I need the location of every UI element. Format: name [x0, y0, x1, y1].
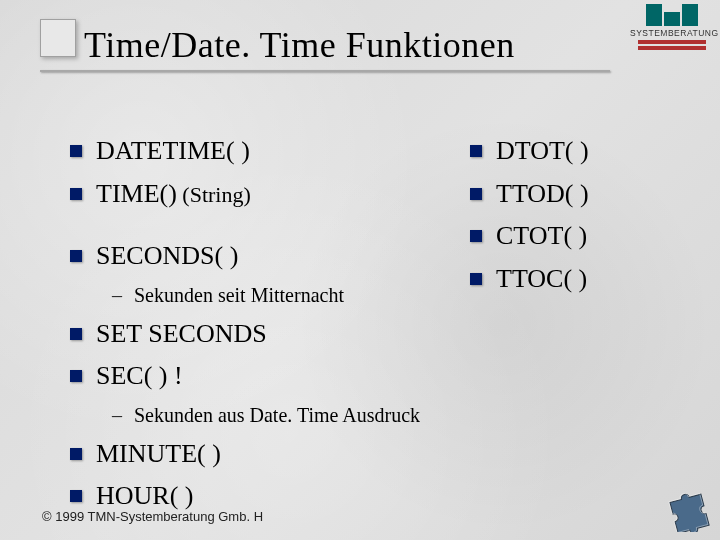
sub-list-text: Sekunden aus Date. Time Ausdruck [134, 403, 420, 428]
sub-list-item: – Sekunden seit Mitternacht [112, 283, 440, 308]
slide-title: Time/Date. Time Funktionen [84, 24, 610, 66]
list-item: TTOD( ) [470, 178, 690, 211]
list-item-text: CTOT( ) [496, 220, 587, 253]
square-bullet-icon [470, 273, 482, 285]
square-bullet-icon [470, 145, 482, 157]
list-item: DATETIME( ) [70, 135, 440, 168]
square-bullet-icon [70, 490, 82, 502]
list-item: SEC( ) ! [70, 360, 440, 393]
square-bullet-icon [70, 448, 82, 460]
square-bullet-icon [70, 250, 82, 262]
square-bullet-icon [470, 188, 482, 200]
copyright-text: © 1999 TMN-Systemberatung Gmb. H [42, 509, 263, 524]
list-item: CTOT( ) [470, 220, 690, 253]
list-item-text: SECONDS( ) [96, 240, 238, 273]
list-item: MINUTE( ) [70, 438, 440, 471]
square-bullet-icon [70, 370, 82, 382]
square-bullet-icon [70, 328, 82, 340]
square-bullet-icon [470, 230, 482, 242]
list-item-text: DATETIME( ) [96, 135, 250, 168]
dash-bullet-icon: – [112, 403, 124, 427]
dash-bullet-icon: – [112, 283, 124, 307]
list-item-text: HOUR( ) [96, 480, 194, 513]
list-item-text: TTOD( ) [496, 178, 589, 211]
list-item-text: SEC( ) ! [96, 360, 183, 393]
list-item-main: TIME() [96, 179, 177, 208]
list-item: TTOC( ) [470, 263, 690, 296]
logo-bars-icon [630, 4, 714, 26]
list-item-text: TTOC( ) [496, 263, 587, 296]
list-item-tail: (String) [177, 182, 251, 207]
logo-lines-icon [630, 40, 714, 50]
puzzle-piece-icon [664, 484, 712, 532]
list-item: SECONDS( ) [70, 240, 440, 273]
sub-list-item: – Sekunden aus Date. Time Ausdruck [112, 403, 440, 428]
sub-list-text: Sekunden seit Mitternacht [134, 283, 344, 308]
list-item-text: MINUTE( ) [96, 438, 221, 471]
content-area: DATETIME( ) TIME() (String) SECONDS( ) –… [70, 125, 690, 490]
list-item-text: TIME() (String) [96, 178, 251, 211]
logo-subtext: SYSTEMBERATUNG [630, 28, 714, 38]
slide-title-area: Time/Date. Time Funktionen [50, 24, 610, 66]
title-underline [40, 70, 610, 72]
square-bullet-icon [70, 188, 82, 200]
square-bullet-icon [70, 145, 82, 157]
list-item: SET SECONDS [70, 318, 440, 351]
right-column: DTOT( ) TTOD( ) CTOT( ) TTOC( ) [440, 125, 690, 490]
list-item: DTOT( ) [470, 135, 690, 168]
left-column: DATETIME( ) TIME() (String) SECONDS( ) –… [70, 125, 440, 490]
list-item: HOUR( ) [70, 480, 440, 513]
tmn-logo: SYSTEMBERATUNG [630, 4, 714, 52]
title-decor-box [40, 19, 76, 57]
list-item: TIME() (String) [70, 178, 440, 211]
list-item-text: DTOT( ) [496, 135, 589, 168]
list-item-text: SET SECONDS [96, 318, 267, 351]
